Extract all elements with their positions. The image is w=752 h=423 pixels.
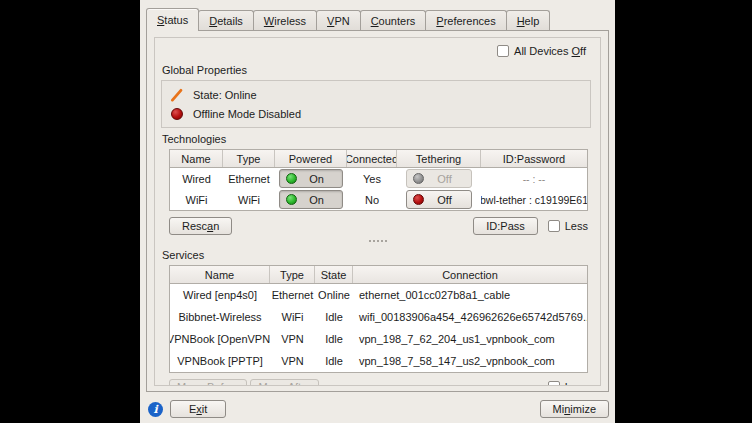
table-cell: VPN	[270, 333, 315, 345]
tab-bar: StatusDetailsWirelessVPNCountersPreferen…	[140, 0, 615, 30]
toggle-label: Off	[424, 194, 465, 206]
table-cell: Wired	[170, 173, 223, 185]
column-header-tethering[interactable]: Tethering	[397, 150, 481, 167]
technology-row: WiFiWiFiOnNoOffbwl-tether : c19199E61	[170, 189, 587, 210]
column-header-powered[interactable]: Powered	[275, 150, 347, 167]
green-led-icon	[286, 173, 297, 184]
table-cell: vpn_198_7_58_147_us2_vpnbook_com	[353, 355, 587, 367]
service-row[interactable]: Bibbnet-WirelessWiFiIdlewifi_00183906a45…	[170, 306, 587, 328]
column-header-id-password[interactable]: ID:Password	[481, 150, 587, 167]
green-led-icon	[286, 194, 297, 205]
checkbox-box	[548, 381, 560, 386]
table-cell: No	[347, 194, 397, 206]
minimize-button[interactable]: Minimize	[540, 400, 609, 418]
tethering-toggle-button[interactable]: Off	[406, 190, 472, 209]
column-header-state[interactable]: State	[315, 266, 353, 283]
technologies-button-row: Rescan ID:Pass Less	[169, 217, 588, 235]
move-after-button[interactable]: Move After	[250, 379, 319, 386]
table-cell: VPN	[270, 355, 315, 367]
global-property-row: Offline Mode Disabled	[170, 104, 582, 123]
table-cell: Bibbnet-Wireless	[170, 311, 270, 323]
table-cell: Wired [enp4s0]	[170, 289, 270, 301]
tab-wireless[interactable]: Wireless	[253, 10, 317, 30]
offline-led-icon	[170, 107, 184, 121]
service-row[interactable]: VPNBook [PPTP]VPNIdlevpn_198_7_58_147_us…	[170, 350, 587, 372]
exit-button[interactable]: Exit	[170, 400, 226, 418]
table-header-row: NameTypePoweredConnectedTetheringID:Pass…	[170, 150, 587, 168]
table-cell: Idle	[315, 333, 353, 345]
services-button-row: Move Before Move After Less	[169, 379, 588, 386]
table-cell: Ethernet	[223, 173, 275, 185]
powered-toggle-button[interactable]: On	[279, 169, 343, 188]
table-cell: wifi_00183906a454_426962626e65742d5769..…	[353, 311, 587, 323]
red-led-icon	[413, 194, 424, 205]
table-cell: WiFi	[170, 194, 223, 206]
global-property-text: State: Online	[193, 89, 257, 101]
tethering-toggle-button[interactable]: Off	[406, 169, 472, 188]
status-form-frame: All Devices Off Global Properties State:…	[154, 37, 601, 386]
services-label: Services	[162, 249, 594, 261]
table-cell: VPNBook [OpenVPN]	[170, 333, 270, 345]
tab-vpn[interactable]: VPN	[316, 10, 361, 30]
tab-details[interactable]: Details	[198, 10, 254, 30]
column-header-connection[interactable]: Connection	[353, 266, 587, 283]
checkbox-box	[497, 45, 509, 57]
column-header-connected[interactable]: Connected	[347, 150, 397, 167]
table-cell: WiFi	[270, 311, 315, 323]
table-cell: On	[275, 190, 347, 209]
gray-led-icon	[413, 173, 424, 184]
table-cell: bwl-tether : c19199E61	[481, 194, 587, 206]
tab-counters[interactable]: Counters	[360, 10, 427, 30]
splitter-handle[interactable]	[161, 238, 594, 244]
service-row[interactable]: VPNBook [OpenVPN]VPNIdlevpn_198_7_62_204…	[170, 328, 587, 350]
splitter-dots	[369, 240, 371, 242]
table-cell: Off	[397, 169, 481, 188]
red-led-icon	[171, 108, 183, 120]
global-properties-box: State: OnlineOffline Mode Disabled	[161, 80, 591, 128]
table-cell: Off	[397, 190, 481, 209]
table-cell: VPNBook [PPTP]	[170, 355, 270, 367]
table-cell: Yes	[347, 173, 397, 185]
idpass-button[interactable]: ID:Pass	[473, 217, 538, 235]
technologies-less-checkbox[interactable]: Less	[548, 220, 588, 232]
all-devices-row: All Devices Off	[161, 42, 594, 59]
services-table: NameTypeStateConnectionWired [enp4s0]Eth…	[169, 265, 588, 373]
technologies-table: NameTypePoweredConnectedTetheringID:Pass…	[169, 149, 588, 211]
tab-preferences[interactable]: Preferences	[425, 10, 506, 30]
column-header-name[interactable]: Name	[170, 150, 223, 167]
table-cell: On	[275, 169, 347, 188]
column-header-type[interactable]: Type	[223, 150, 275, 167]
column-header-type[interactable]: Type	[270, 266, 315, 283]
technology-row: WiredEthernetOnYesOff-- : --	[170, 168, 587, 189]
toggle-label: On	[297, 173, 336, 185]
global-properties-label: Global Properties	[162, 64, 594, 76]
technologies-label: Technologies	[162, 133, 594, 145]
toggle-label: On	[297, 194, 336, 206]
connman-manager-window: StatusDetailsWirelessVPNCountersPreferen…	[140, 0, 615, 423]
all-devices-off-checkbox[interactable]: All Devices Off	[497, 45, 586, 57]
state-pen-icon	[170, 88, 184, 102]
bottom-bar: i Exit Minimize	[146, 399, 609, 419]
services-less-checkbox[interactable]: Less	[548, 381, 588, 386]
status-tab-panel: All Devices Off Global Properties State:…	[146, 30, 609, 392]
service-row[interactable]: Wired [enp4s0]EthernetOnlineethernet_001…	[170, 284, 587, 306]
tab-status[interactable]: Status	[146, 8, 199, 31]
checkbox-box	[548, 220, 560, 232]
table-cell: -- : --	[481, 173, 587, 185]
table-cell: Online	[315, 289, 353, 301]
move-before-button[interactable]: Move Before	[169, 379, 247, 386]
technologies-less-label: Less	[565, 220, 588, 232]
table-cell: vpn_198_7_62_204_us1_vpnbook_com	[353, 333, 587, 345]
tab-help[interactable]: Help	[506, 10, 551, 30]
table-cell: ethernet_001cc027b8a1_cable	[353, 289, 587, 301]
info-icon[interactable]: i	[148, 402, 163, 417]
services-less-label: Less	[565, 381, 588, 386]
column-header-name[interactable]: Name	[170, 266, 270, 283]
rescan-button[interactable]: Rescan	[169, 217, 232, 235]
table-cell: Idle	[315, 311, 353, 323]
global-property-row: State: Online	[170, 85, 582, 104]
all-devices-off-label: All Devices Off	[514, 45, 586, 57]
table-cell: WiFi	[223, 194, 275, 206]
powered-toggle-button[interactable]: On	[279, 190, 343, 209]
table-header-row: NameTypeStateConnection	[170, 266, 587, 284]
